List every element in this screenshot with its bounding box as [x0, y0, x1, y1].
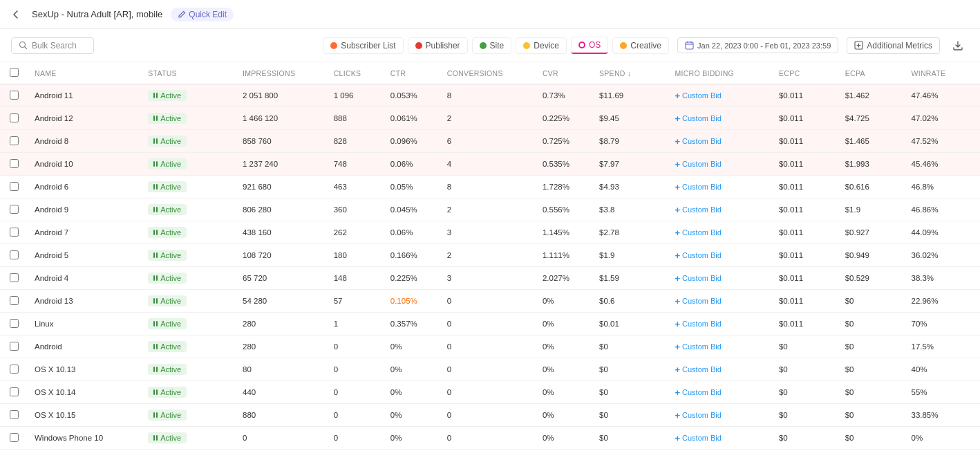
table-row: Android 8 Active 858 760 828 0.096% 6 0.…: [0, 130, 980, 153]
row-checkbox-cell[interactable]: [0, 335, 28, 358]
row-status: Active: [141, 427, 236, 450]
row-checkbox[interactable]: [10, 296, 19, 305]
row-checkbox[interactable]: [10, 159, 19, 168]
download-button[interactable]: [947, 37, 969, 54]
additional-metrics-button[interactable]: Additional Metrics: [847, 37, 940, 54]
custom-bid-button[interactable]: + Custom Bid: [675, 433, 721, 443]
row-micro-bidding[interactable]: + Custom Bid: [668, 84, 772, 107]
date-range-button[interactable]: Jan 22, 2023 0:00 - Feb 01, 2023 23:59: [677, 37, 838, 53]
row-conversions: 0: [440, 427, 536, 450]
row-micro-bidding[interactable]: + Custom Bid: [668, 313, 772, 335]
row-checkbox[interactable]: [10, 136, 19, 145]
tab-os[interactable]: OS: [571, 37, 608, 54]
status-badge: Active: [148, 410, 187, 421]
row-checkbox[interactable]: [10, 228, 19, 237]
row-ecpc: $0.011: [772, 153, 838, 176]
custom-bid-button[interactable]: + Custom Bid: [675, 91, 721, 101]
col-header-impressions[interactable]: IMPRESSIONS: [236, 62, 327, 84]
table-row: Android 13 Active 54 280 57 0.105% 0 0% …: [0, 290, 980, 313]
row-clicks: 1: [327, 313, 384, 335]
row-micro-bidding[interactable]: + Custom Bid: [668, 381, 772, 404]
custom-bid-button[interactable]: + Custom Bid: [675, 319, 721, 329]
custom-bid-button[interactable]: + Custom Bid: [675, 296, 721, 306]
custom-bid-button[interactable]: + Custom Bid: [675, 228, 721, 238]
row-micro-bidding[interactable]: + Custom Bid: [668, 153, 772, 176]
status-badge: Active: [148, 90, 187, 101]
custom-bid-button[interactable]: + Custom Bid: [675, 365, 721, 375]
row-checkbox[interactable]: [10, 433, 19, 442]
custom-bid-button[interactable]: + Custom Bid: [675, 159, 721, 169]
bulk-search-button[interactable]: Bulk Search: [11, 37, 94, 54]
tab-site[interactable]: Site: [472, 37, 512, 54]
row-cvr: 0%: [536, 335, 592, 358]
row-micro-bidding[interactable]: + Custom Bid: [668, 221, 772, 244]
row-checkbox-cell[interactable]: [0, 427, 28, 450]
row-checkbox[interactable]: [10, 365, 19, 374]
row-micro-bidding[interactable]: + Custom Bid: [668, 358, 772, 381]
svg-point-0: [20, 42, 26, 48]
custom-bid-button[interactable]: + Custom Bid: [675, 205, 721, 215]
row-checkbox-cell[interactable]: [0, 404, 28, 427]
row-micro-bidding[interactable]: + Custom Bid: [668, 199, 772, 221]
row-checkbox[interactable]: [10, 91, 19, 100]
row-micro-bidding[interactable]: + Custom Bid: [668, 404, 772, 427]
row-conversions: 8: [440, 84, 536, 107]
row-impressions: 921 680: [236, 176, 327, 199]
select-all-checkbox[interactable]: [10, 68, 19, 77]
tab-publisher[interactable]: Publisher: [408, 37, 468, 54]
row-checkbox[interactable]: [10, 273, 19, 282]
custom-bid-button[interactable]: + Custom Bid: [675, 113, 721, 124]
row-ecpa: $0: [838, 290, 905, 313]
row-checkbox-cell[interactable]: [0, 84, 28, 107]
row-micro-bidding[interactable]: + Custom Bid: [668, 107, 772, 130]
row-checkbox[interactable]: [10, 342, 19, 351]
row-micro-bidding[interactable]: + Custom Bid: [668, 176, 772, 199]
row-micro-bidding[interactable]: + Custom Bid: [668, 290, 772, 313]
custom-bid-button[interactable]: + Custom Bid: [675, 273, 721, 284]
custom-bid-button[interactable]: + Custom Bid: [675, 410, 721, 421]
row-checkbox[interactable]: [10, 410, 19, 419]
row-checkbox-cell[interactable]: [0, 221, 28, 244]
row-checkbox-cell[interactable]: [0, 107, 28, 130]
row-checkbox-cell[interactable]: [0, 290, 28, 313]
row-checkbox-cell[interactable]: [0, 267, 28, 290]
row-ecpc: $0.011: [772, 267, 838, 290]
row-ecpc: $0: [772, 358, 838, 381]
custom-bid-button[interactable]: + Custom Bid: [675, 136, 721, 147]
row-checkbox[interactable]: [10, 182, 19, 191]
row-checkbox-cell[interactable]: [0, 153, 28, 176]
custom-bid-button[interactable]: + Custom Bid: [675, 182, 721, 192]
row-checkbox[interactable]: [10, 205, 19, 214]
row-impressions: 65 720: [236, 267, 327, 290]
row-checkbox-cell[interactable]: [0, 381, 28, 404]
row-checkbox-cell[interactable]: [0, 130, 28, 153]
row-micro-bidding[interactable]: + Custom Bid: [668, 244, 772, 267]
row-checkbox-cell[interactable]: [0, 244, 28, 267]
row-checkbox[interactable]: [10, 387, 19, 396]
select-all-header[interactable]: [0, 62, 28, 84]
plus-icon: +: [675, 182, 680, 192]
back-button[interactable]: [11, 10, 23, 19]
row-micro-bidding[interactable]: + Custom Bid: [668, 427, 772, 450]
tab-subscriber-list[interactable]: Subscriber List: [323, 37, 403, 54]
row-checkbox-cell[interactable]: [0, 176, 28, 199]
tab-device[interactable]: Device: [516, 37, 567, 54]
row-spend: $7.97: [592, 153, 668, 176]
tab-creative[interactable]: Creative: [612, 37, 669, 54]
custom-bid-button[interactable]: + Custom Bid: [675, 342, 721, 352]
row-micro-bidding[interactable]: + Custom Bid: [668, 130, 772, 153]
custom-bid-button[interactable]: + Custom Bid: [675, 250, 721, 261]
quick-edit-button[interactable]: Quick Edit: [171, 8, 234, 21]
row-checkbox[interactable]: [10, 250, 19, 259]
row-checkbox[interactable]: [10, 319, 19, 328]
row-micro-bidding[interactable]: + Custom Bid: [668, 267, 772, 290]
col-header-name: NAME: [28, 62, 141, 84]
col-header-spend[interactable]: SPEND ↓: [592, 62, 668, 84]
row-checkbox-cell[interactable]: [0, 199, 28, 221]
row-ecpa: $0.529: [838, 267, 905, 290]
row-checkbox-cell[interactable]: [0, 358, 28, 381]
row-checkbox[interactable]: [10, 113, 19, 122]
row-checkbox-cell[interactable]: [0, 313, 28, 335]
row-micro-bidding[interactable]: + Custom Bid: [668, 335, 772, 358]
custom-bid-button[interactable]: + Custom Bid: [675, 387, 721, 398]
